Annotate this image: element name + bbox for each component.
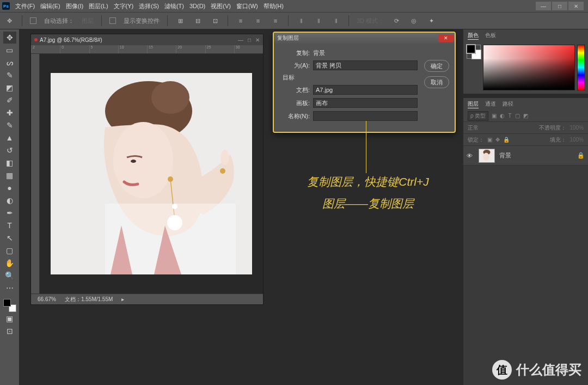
menu-filter[interactable]: 滤镜(T) [164, 2, 184, 10]
layer-row[interactable]: 👁 背景 🔒 [463, 146, 588, 166]
color-field[interactable] [483, 45, 575, 90]
dialog-titlebar[interactable]: 复制图层 ✕ [274, 33, 455, 44]
svg-point-10 [220, 168, 225, 174]
quickselect-tool[interactable]: ✎ [3, 69, 16, 81]
stamp-tool[interactable]: ▲ [3, 132, 16, 144]
filter-pixel-icon[interactable]: ▣ [492, 113, 497, 119]
menu-select[interactable]: 选择(S) [139, 2, 159, 10]
path-tool[interactable]: ↖ [3, 232, 16, 244]
align-icon[interactable]: ⊟ [193, 16, 203, 26]
eyedropper-tool[interactable]: ✐ [3, 94, 16, 106]
cancel-button[interactable]: 取消 [424, 76, 449, 88]
align-icon[interactable]: ≡ [253, 16, 263, 26]
3d-icon[interactable]: ◎ [409, 16, 419, 26]
document-image [51, 73, 252, 274]
lock-position-icon[interactable]: ✥ [495, 137, 500, 143]
options-bar: ✥ 自动选择： 图层 显示变换控件 ⊞ ⊟ ⊡ ≡ ≡ ≡ ⫴ ⫴ ⫴ 3D 模… [0, 12, 588, 29]
marquee-tool[interactable]: ▭ [3, 44, 16, 56]
filter-adjust-icon[interactable]: ◐ [500, 113, 505, 119]
blur-tool[interactable]: ● [3, 182, 16, 194]
menu-edit[interactable]: 编辑(E) [40, 2, 60, 10]
distribute-icon[interactable]: ⫴ [314, 16, 323, 26]
fill-value[interactable]: 100% [569, 137, 584, 143]
autoselect-checkbox[interactable] [30, 17, 36, 24]
zoom-tool[interactable]: 🔍 [3, 270, 16, 282]
zoom-level[interactable]: 66.67% [38, 296, 56, 302]
filter-type-icon[interactable]: T [508, 113, 511, 119]
distribute-icon[interactable]: ⫴ [331, 16, 341, 26]
edit-toolbar[interactable]: ⋯ [3, 282, 16, 294]
autoselect-target[interactable]: 图层 [82, 17, 94, 25]
artboard-label: 画板: [279, 99, 310, 107]
showtransform-checkbox[interactable] [109, 17, 116, 24]
window-minimize[interactable]: — [536, 2, 551, 10]
move-tool-icon: ✥ [4, 16, 14, 26]
filter-smart-icon[interactable]: ◩ [523, 113, 528, 119]
tab-paths[interactable]: 路径 [503, 100, 513, 108]
crop-tool[interactable]: ◩ [3, 82, 16, 94]
menu-view[interactable]: 视图(V) [211, 2, 231, 10]
svg-point-4 [131, 160, 136, 163]
gradient-tool[interactable]: ▦ [3, 169, 16, 181]
menu-image[interactable]: 图像(I) [66, 2, 83, 10]
menu-window[interactable]: 窗口(W) [236, 2, 258, 10]
align-icon[interactable]: ≡ [271, 16, 280, 26]
align-icon[interactable]: ⊞ [175, 16, 185, 26]
menu-3d[interactable]: 3D(D) [189, 3, 205, 9]
lasso-tool[interactable]: ᔕ [3, 57, 16, 69]
history-brush-tool[interactable]: ↺ [3, 144, 16, 156]
unsaved-dot-icon [34, 38, 38, 41]
menu-layer[interactable]: 图层(L) [89, 2, 108, 10]
heal-tool[interactable]: ✚ [3, 107, 16, 119]
layer-filter[interactable]: ρ 类型 [468, 111, 488, 121]
visibility-icon[interactable]: 👁 [467, 152, 474, 159]
color-swatches[interactable] [3, 299, 16, 312]
lock-pixels-icon[interactable]: ▣ [487, 137, 492, 143]
as-input[interactable] [313, 60, 418, 70]
toolbox: ✥ ▭ ᔕ ✎ ◩ ✐ ✚ ✎ ▲ ↺ ◧ ▦ ● ◐ ✒ T ↖ ▢ ✋ 🔍 … [0, 29, 20, 385]
distribute-icon[interactable]: ⫴ [296, 16, 306, 26]
tab-channels[interactable]: 通道 [485, 100, 496, 108]
document-tab[interactable]: A7.jpg @ 66.7%(RGB/8#) — □ ✕ [31, 34, 263, 45]
shape-tool[interactable]: ▢ [3, 245, 16, 256]
as-label: 为(A): [279, 62, 310, 70]
tab-layers[interactable]: 图层 [468, 100, 479, 108]
canvas[interactable] [40, 54, 263, 294]
3d-icon[interactable]: ⟳ [391, 16, 401, 26]
menu-type[interactable]: 文字(Y) [114, 2, 134, 10]
tab-swatches[interactable]: 色板 [485, 32, 496, 39]
dodge-tool[interactable]: ◐ [3, 194, 16, 206]
eraser-tool[interactable]: ◧ [3, 157, 16, 169]
lock-all-icon[interactable]: 🔒 [503, 137, 510, 143]
blend-mode[interactable]: 正常 [468, 124, 497, 132]
layer-name[interactable]: 背景 [499, 151, 511, 160]
doc-close[interactable]: ✕ [255, 37, 260, 43]
document-select[interactable]: A7.jpg [313, 85, 418, 95]
tab-color[interactable]: 颜色 [468, 32, 479, 40]
align-icon[interactable]: ⊡ [210, 16, 220, 26]
type-tool[interactable]: T [3, 219, 16, 231]
brush-tool[interactable]: ✎ [3, 119, 16, 131]
pen-tool[interactable]: ✒ [3, 207, 16, 219]
fg-bg-swatch[interactable] [467, 45, 481, 59]
quickmask-tool[interactable]: ▣ [3, 313, 16, 325]
hue-slider[interactable] [577, 45, 585, 90]
doc-maximize[interactable]: □ [248, 37, 251, 43]
ok-button[interactable]: 确定 [424, 60, 449, 72]
doc-minimize[interactable]: — [238, 37, 243, 43]
screenmode-tool[interactable]: ⊡ [3, 325, 16, 337]
dialog-close-button[interactable]: ✕ [438, 34, 454, 42]
menu-help[interactable]: 帮助(H) [264, 2, 284, 10]
window-maximize[interactable]: □ [552, 2, 567, 10]
align-icon[interactable]: ≡ [236, 16, 246, 26]
opacity-value[interactable]: 100% [569, 125, 584, 131]
move-tool[interactable]: ✥ [3, 32, 16, 44]
menu-file[interactable]: 文件(F) [15, 2, 35, 10]
window-close[interactable]: ✕ [568, 2, 584, 10]
filter-shape-icon[interactable]: ▢ [515, 113, 520, 119]
hand-tool[interactable]: ✋ [3, 257, 16, 269]
3d-icon[interactable]: ✦ [426, 16, 436, 26]
menubar: Ps 文件(F) 编辑(E) 图像(I) 图层(L) 文字(Y) 选择(S) 滤… [0, 0, 588, 12]
autoselect-label: 自动选择： [44, 17, 74, 25]
status-expand-icon[interactable]: ▸ [121, 296, 124, 302]
